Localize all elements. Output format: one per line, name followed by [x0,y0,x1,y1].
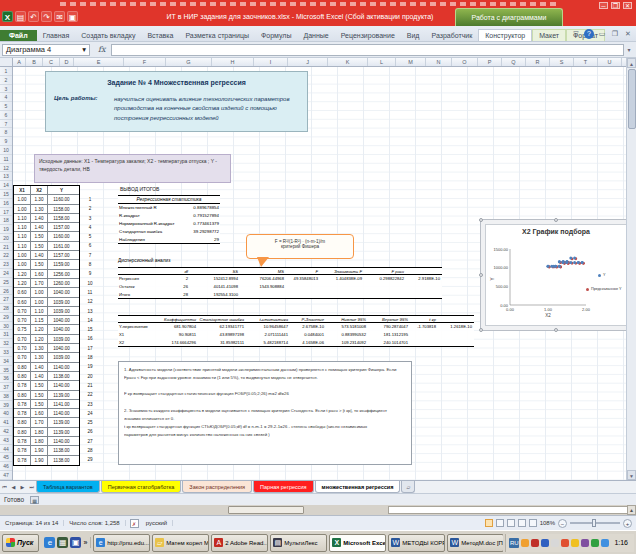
cell[interactable] [364,283,406,291]
cell[interactable]: 43.89897198 [198,331,246,339]
cell[interactable] [410,339,438,346]
cell[interactable]: Итого [118,291,164,298]
cell[interactable]: 5.482188714 [246,339,290,346]
tab-3[interactable]: Вставка [141,30,179,41]
cell[interactable]: 1140.00 [48,381,75,389]
cell[interactable]: 1.2618E-10 [438,323,474,331]
horizontal-scroll-thumb[interactable] [228,506,304,514]
zoom-in-icon[interactable]: + [623,519,632,528]
cell[interactable]: 1140.00 [48,437,75,445]
column-header-C[interactable]: C [43,58,60,66]
vertical-scroll-thumb[interactable] [628,69,636,129]
sheet-tab[interactable]: Закон распределения [182,481,252,493]
cell[interactable]: 0.70 [14,307,31,315]
tray-icon-5[interactable] [561,539,569,547]
row-header-38[interactable]: 38 [0,392,12,401]
formula-bar-expand-icon[interactable]: ▾ [624,46,634,53]
row-header-15[interactable]: 15 [0,190,12,199]
cell[interactable]: 1039.00 [48,335,75,343]
row-header-18[interactable]: 18 [0,216,12,225]
cell[interactable]: 573.5181008 [326,323,368,331]
cell[interactable]: 0.78 [14,456,31,465]
macro-record-icon[interactable]: ▦ [30,496,39,504]
row-header-1[interactable]: 1 [0,67,12,76]
sheet-nav-next-icon[interactable]: ▶ [18,481,27,493]
row-header-47[interactable]: 47 [0,471,12,480]
cell[interactable]: 1.40 [31,223,48,231]
cell[interactable]: 1157.00 [48,223,75,231]
tab-4[interactable]: Разметка страницы [179,30,255,41]
row-header-17[interactable]: 17 [0,208,12,217]
background-word-scrollbar[interactable] [388,506,628,514]
chart-object[interactable]: X2 График подбора 0.00500.001000.001500.… [480,219,626,331]
cell[interactable]: 181.1312195 [368,331,410,339]
data-header-X2[interactable]: X2 [31,186,48,194]
cell[interactable]: 1.00 [14,251,31,259]
cell[interactable]: 1139.00 [48,391,75,399]
cell[interactable]: 49.35848013 [286,275,320,283]
selection-handle[interactable] [554,328,558,332]
cell[interactable]: 2 [164,275,190,283]
row-header-25[interactable]: 25 [0,278,12,287]
cell[interactable]: 1.70 [31,418,48,426]
cell[interactable]: 1.10 [14,223,31,231]
internet-explorer-icon[interactable]: e [44,537,55,548]
column-header-E[interactable]: E [74,58,124,66]
row-header-11[interactable]: 11 [0,155,12,164]
cell[interactable]: 1.00 [14,205,31,213]
row-header-35[interactable]: 35 [0,366,12,375]
cell[interactable]: 1.00 [14,260,31,268]
cell[interactable]: 1.30 [31,195,48,203]
cell[interactable]: 1.50 [31,232,48,240]
cell[interactable] [320,291,364,298]
cell[interactable]: 1.30 [31,205,48,213]
cell[interactable]: -1.703818 [410,323,438,331]
cell[interactable]: 10.96458647 [246,323,290,331]
workbook-restore-icon[interactable]: ❐ [610,29,620,39]
cell[interactable]: 90.90811 [156,331,198,339]
cell[interactable]: 1.20 [31,325,48,333]
draft-view-icon[interactable] [529,519,537,527]
stat-value[interactable]: 0.791527894 [186,212,220,220]
cell[interactable]: 1040.00 [48,316,75,324]
winrar-icon[interactable]: ▦ [57,537,68,548]
cell[interactable]: 109.2314092 [326,339,368,346]
cell[interactable]: 1.40 [31,372,48,380]
selection-handle[interactable] [479,273,483,277]
cell[interactable]: 0.78 [14,409,31,417]
cell[interactable]: 1039.00 [48,307,75,315]
vertical-scrollbar[interactable]: ▲ ▼ [626,58,636,480]
row-header-31[interactable]: 31 [0,330,12,339]
row-header-26[interactable]: 26 [0,287,12,296]
print-layout-view-icon[interactable] [485,519,493,527]
cell[interactable]: 26 [164,283,190,291]
cell[interactable]: Регрессия [118,275,164,283]
cell[interactable]: 1160.00 [48,195,75,203]
sheet-tab[interactable]: Парная регрессия [253,481,313,493]
sheet-tab[interactable]: множественная регрессия [315,481,401,493]
cell[interactable]: 1.10 [14,242,31,250]
fullscreen-view-icon[interactable] [496,519,504,527]
scroll-corner-icon[interactable]: ▲ [627,505,636,515]
selection-handle[interactable] [554,218,558,222]
row-header-6[interactable]: 6 [0,111,12,120]
cell[interactable] [438,331,474,339]
cell[interactable]: 192554.3100 [190,291,240,298]
cell[interactable]: 0.60 [14,288,31,296]
cell[interactable]: 1.60 [31,409,48,417]
cell[interactable]: 790.2874047 [368,323,410,331]
cell[interactable]: 76206.44968 [240,275,286,283]
cell[interactable]: 1140.00 [48,363,75,371]
cell[interactable]: 0.60 [14,298,31,306]
row-header-8[interactable]: 8 [0,128,12,137]
zoom-level[interactable]: 108% [540,520,555,526]
restore-icon[interactable]: ❐ [611,2,620,9]
cell[interactable]: 1040.00 [48,325,75,333]
cell[interactable]: 0.298822842 [364,275,406,283]
cell[interactable]: 0.80 [14,363,31,371]
workbook-close-icon[interactable]: ✕ [623,29,633,39]
cell[interactable]: 1138.00 [48,372,75,380]
cell[interactable]: 31.85982111 [198,339,246,346]
stat-value[interactable]: 39.29298772 [186,228,220,236]
cell[interactable]: 1.50 [31,242,48,250]
